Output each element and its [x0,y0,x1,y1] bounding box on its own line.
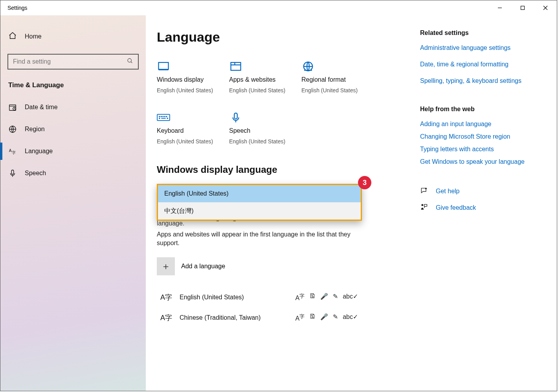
keyboard-icon [157,109,228,123]
svg-point-28 [166,116,167,117]
svg-rect-32 [234,113,237,119]
minimize-button[interactable] [488,0,511,15]
give-feedback-row[interactable]: Give feedback [420,203,546,212]
sidebar-item-label: Language [25,148,53,155]
dropdown-list: English (United States) 中文(台灣) [157,184,362,221]
spellcheck-icon: abc✓ [343,313,358,322]
dropdown-option-english[interactable]: English (United States) [158,185,361,202]
add-language-label: Add a language [181,263,225,270]
main-area: Language Windows display English (United… [146,15,557,391]
preferred-languages-desc: Apps and websites will appear in the fir… [157,230,361,248]
language-feature-icons: A字 🖻 🎤 ✎ abc✓ [296,293,358,302]
tile-regional-format[interactable]: Regional format English (United States) [301,58,372,93]
callout-badge: 3 [358,176,371,189]
svg-text:A: A [9,148,12,153]
page-title: Language [157,29,412,45]
svg-point-29 [159,118,160,119]
tile-windows-display[interactable]: Windows display English (United States) [157,58,228,93]
home-label: Home [25,33,42,40]
side-column: Related settings Administrative language… [412,29,546,391]
tts-icon: 🖻 [309,313,316,322]
svg-line-5 [131,62,132,63]
related-settings-title: Related settings [420,29,546,37]
speech-icon: 🎤 [320,313,328,322]
get-help-link[interactable]: Get help [436,188,459,195]
close-button[interactable] [534,0,557,15]
svg-point-34 [425,188,427,189]
dropdown-option-chinese[interactable]: 中文(台灣) [158,202,361,220]
display-language-heading: Windows display language [157,164,412,175]
maximize-button[interactable] [511,0,534,15]
settings-window: Settings Home [0,0,557,391]
search-input[interactable] [13,58,123,65]
link-administrative-language[interactable]: Administrative language settings [420,44,546,51]
get-help-row[interactable]: Get help [420,187,546,196]
language-entry-chinese[interactable]: A字 Chinese (Traditional, Taiwan) A字 🖻 🎤 … [157,308,361,328]
sidebar-item-speech[interactable]: Speech [0,162,146,184]
link-spelling-typing-keyboard[interactable]: Spelling, typing, & keyboard settings [420,77,546,84]
tile-sub: English (United States) [229,138,300,145]
tile-apps-websites[interactable]: Apps & websites English (United States) [229,58,300,93]
svg-rect-23 [157,114,170,121]
language-name: Chinese (Traditional, Taiwan) [180,314,261,321]
language-entry-english[interactable]: A字 English (United States) A字 🖻 🎤 ✎ abc✓ [157,287,361,308]
body: Home Time & Language Date & time Region [0,15,557,391]
tile-label: Regional format [301,76,372,83]
window-controls [488,0,557,15]
add-language-row[interactable]: ＋ Add a language [157,257,412,275]
feedback-icon [420,203,429,212]
content-column: Language Windows display English (United… [157,29,412,391]
sidebar-item-language[interactable]: A字 Language [0,140,146,162]
link-typing-accents[interactable]: Typing letters with accents [420,146,546,153]
tts-icon: 🖻 [309,293,316,302]
search-icon [127,58,133,66]
spellcheck-icon: abc✓ [343,293,358,302]
tile-sub: English (United States) [229,87,300,93]
plus-icon: ＋ [157,257,175,275]
tile-label: Windows display [157,76,228,83]
window-icon [229,58,300,72]
tile-speech[interactable]: Speech English (United States) [229,109,300,145]
tile-sub: English (United States) [301,87,372,93]
help-chat-icon [420,187,429,196]
svg-point-26 [163,116,163,117]
link-windows-speak-language[interactable]: Get Windows to speak your language [420,158,546,165]
display-icon [157,58,228,72]
category-title: Time & Language [0,70,146,96]
sidebar-item-region[interactable]: Region [0,118,146,140]
home-nav[interactable]: Home [0,28,146,45]
titlebar: Settings [0,0,557,15]
display-lang-icon: A字 [296,293,305,302]
tile-keyboard[interactable]: Keyboard English (United States) [157,109,228,145]
language-glyph-icon: A字 [160,293,173,302]
svg-point-4 [128,59,131,62]
link-changing-store-region[interactable]: Changing Microsoft Store region [420,133,546,140]
sidebar: Home Time & Language Date & time Region [0,15,146,391]
svg-point-27 [165,116,165,117]
svg-rect-18 [231,62,241,70]
svg-point-35 [421,204,423,206]
give-feedback-link[interactable]: Give feedback [436,204,476,211]
hint-text-fragment: language. [157,220,184,227]
search-box[interactable] [7,54,139,70]
handwriting-icon: ✎ [333,293,338,302]
svg-rect-1 [521,6,525,10]
language-feature-icons: A字 🖻 🎤 ✎ abc✓ [296,313,358,322]
link-adding-input-language[interactable]: Adding an input language [420,121,546,128]
microphone-icon [229,109,300,123]
help-from-web-title: Help from the web [420,106,546,113]
display-lang-icon: A字 [296,313,305,322]
svg-text:字: 字 [12,150,16,155]
sidebar-item-label: Speech [25,170,46,177]
home-icon [8,31,17,42]
tile-label: Speech [229,127,300,134]
svg-point-31 [167,118,168,119]
globe-icon [301,58,372,72]
link-date-time-regional[interactable]: Date, time & regional formatting [420,61,546,68]
tile-sub: English (United States) [157,138,228,145]
sidebar-item-date-time[interactable]: Date & time [0,96,146,118]
svg-rect-14 [11,170,14,174]
handwriting-icon: ✎ [333,313,338,322]
svg-rect-16 [159,62,169,70]
language-name: English (United States) [180,294,244,301]
